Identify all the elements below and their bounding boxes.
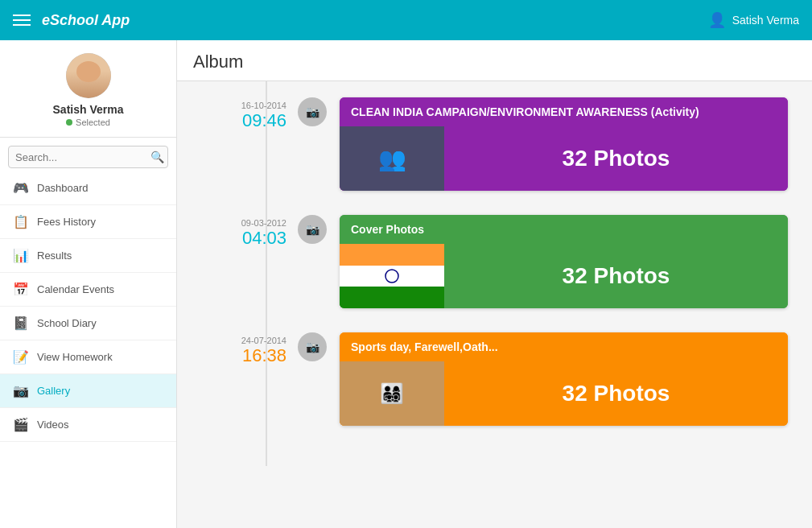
- sidebar-item-fees-history[interactable]: 📋 Fees History: [0, 205, 176, 239]
- dashboard-icon: 🎮: [13, 180, 29, 196]
- album-thumbnail: [340, 126, 444, 191]
- timeline-dot-wrap: 📷: [298, 332, 327, 361]
- sidebar-item-label: Gallery: [37, 385, 70, 397]
- album-card-body: 32 Photos: [340, 244, 788, 308]
- timeline-item: 16-10-2014 09:46 📷 CLEAN INDIA CAMPAIGN/…: [225, 97, 788, 191]
- header-username: Satish Verma: [732, 14, 799, 27]
- album-title: Sports day, Farewell,Oath...: [340, 332, 788, 361]
- sidebar-item-label: Dashboard: [37, 182, 89, 194]
- sidebar: Satish Verma Selected 🔍 🎮 Dashboard 📋 Fe…: [0, 40, 177, 528]
- status-dot: [66, 119, 72, 126]
- avatar: [66, 53, 111, 98]
- timeline-item: 09-03-2012 04:03 📷 Cover Photos: [225, 215, 788, 308]
- album-card-body: 32 Photos: [340, 361, 788, 426]
- sidebar-item-label: Fees History: [37, 216, 96, 228]
- timeline-dot: 📷: [298, 97, 327, 126]
- timeline-dot: 📷: [298, 215, 327, 244]
- app-header: eSchool App 👤 Satish Verma: [0, 0, 812, 40]
- main-content: Album 16-10-2014 09:46 📷 CLEAN INDIA CAM…: [177, 40, 812, 528]
- results-icon: 📊: [13, 248, 29, 263]
- timeline-time: 16:38: [225, 345, 286, 366]
- sidebar-item-label: Calendar Events: [37, 283, 114, 295]
- videos-icon: 🎬: [13, 417, 29, 432]
- app-layout: Satish Verma Selected 🔍 🎮 Dashboard 📋 Fe…: [0, 40, 812, 528]
- sidebar-item-label: School Diary: [37, 317, 97, 329]
- diary-icon: 📓: [13, 316, 29, 331]
- header-left: eSchool App: [13, 12, 130, 29]
- profile-status: Selected: [66, 118, 110, 127]
- timeline-date-block: 09-03-2012 04:03: [225, 218, 298, 249]
- search-container[interactable]: 🔍: [8, 146, 168, 168]
- fees-history-icon: 📋: [13, 214, 29, 229]
- sidebar-item-label: View Homework: [37, 351, 113, 363]
- sidebar-nav: 🎮 Dashboard 📋 Fees History 📊 Results 📅 C…: [0, 171, 176, 442]
- album-title: Cover Photos: [340, 215, 788, 244]
- timeline-date-block: 16-10-2014 09:46: [225, 101, 298, 131]
- hamburger-icon[interactable]: [13, 14, 31, 26]
- album-photo-count: 32 Photos: [444, 381, 788, 406]
- calendar-icon: 📅: [13, 282, 29, 297]
- search-icon[interactable]: 🔍: [150, 151, 164, 163]
- sidebar-item-gallery[interactable]: 📷 Gallery: [0, 374, 176, 408]
- app-logo: eSchool App: [42, 12, 130, 29]
- sidebar-item-results[interactable]: 📊 Results: [0, 239, 176, 273]
- album-card-body: 32 Photos: [340, 126, 788, 191]
- album-thumbnail: [340, 361, 444, 426]
- timeline: 16-10-2014 09:46 📷 CLEAN INDIA CAMPAIGN/…: [177, 81, 812, 466]
- timeline-dot-wrap: 📷: [298, 97, 327, 126]
- sidebar-item-school-diary[interactable]: 📓 School Diary: [0, 307, 176, 340]
- album-card[interactable]: Cover Photos 32 Photos: [340, 215, 788, 308]
- camera-icon: 📷: [306, 105, 319, 118]
- header-user: 👤 Satish Verma: [708, 11, 799, 29]
- album-card[interactable]: Sports day, Farewell,Oath... 32 Photos: [340, 332, 788, 426]
- camera-icon: 📷: [306, 340, 319, 353]
- timeline-dot: 📷: [298, 332, 327, 361]
- sidebar-profile: Satish Verma Selected: [0, 40, 176, 138]
- album-card[interactable]: CLEAN INDIA CAMPAIGN/ENVIRONMENT AWARENE…: [340, 97, 788, 191]
- gallery-icon: 📷: [13, 383, 29, 398]
- timeline-time: 09:46: [225, 110, 286, 131]
- album-photo-count: 32 Photos: [444, 263, 788, 289]
- timeline-date-block: 24-07-2014 16:38: [225, 336, 298, 366]
- timeline-date: 09-03-2012: [225, 218, 286, 228]
- sidebar-item-label: Results: [37, 250, 72, 262]
- sidebar-item-videos[interactable]: 🎬 Videos: [0, 408, 176, 442]
- album-photo-count: 32 Photos: [444, 146, 788, 171]
- timeline-date: 16-10-2014: [225, 101, 286, 110]
- sidebar-item-dashboard[interactable]: 🎮 Dashboard: [0, 171, 176, 205]
- camera-icon: 📷: [306, 223, 319, 236]
- profile-name: Satish Verma: [53, 103, 124, 116]
- status-label: Selected: [76, 118, 110, 127]
- search-input[interactable]: [15, 151, 150, 163]
- svg-rect-0: [340, 244, 444, 266]
- avatar-image: [66, 53, 111, 98]
- timeline-item: 24-07-2014 16:38 📷 Sports day, Farewell,…: [225, 332, 788, 426]
- sidebar-item-calendar-events[interactable]: 📅 Calendar Events: [0, 273, 176, 307]
- sidebar-item-view-homework[interactable]: 📝 View Homework: [0, 340, 176, 374]
- timeline-time: 04:03: [225, 228, 286, 249]
- page-title: Album: [177, 40, 812, 81]
- svg-rect-1: [340, 266, 444, 287]
- sidebar-item-label: Videos: [37, 419, 69, 431]
- svg-rect-2: [340, 287, 444, 307]
- album-title: CLEAN INDIA CAMPAIGN/ENVIRONMENT AWARENE…: [340, 97, 788, 126]
- album-thumbnail: [340, 244, 444, 308]
- user-avatar-icon: 👤: [708, 11, 726, 29]
- homework-icon: 📝: [13, 349, 29, 365]
- india-flag-svg: [340, 244, 444, 308]
- timeline-date: 24-07-2014: [225, 336, 286, 345]
- timeline-dot-wrap: 📷: [298, 215, 327, 244]
